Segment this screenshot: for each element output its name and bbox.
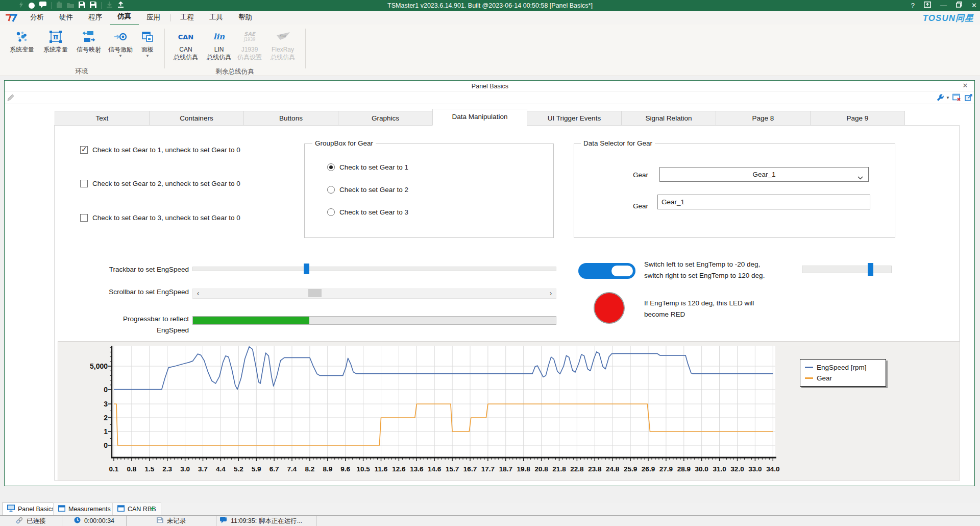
chart-legend[interactable]: EngSpeed [rpm]Gear xyxy=(800,359,886,387)
ribbon-button-label: CAN xyxy=(170,46,202,54)
chart-tick-label: 19.8 xyxy=(517,465,531,473)
menu-analysis[interactable]: 分析 xyxy=(22,11,52,25)
tab-signal-relation[interactable]: Signal Relation xyxy=(621,111,716,126)
tab-ui-trigger-events[interactable]: UI Trigger Events xyxy=(527,111,622,126)
chart-tick-label: 21.8 xyxy=(552,465,566,473)
chart-tick-label: 31.0 xyxy=(713,465,726,473)
tab-text[interactable]: Text xyxy=(55,111,150,126)
svg-text:lin: lin xyxy=(213,32,225,41)
engtemp-switch[interactable] xyxy=(578,263,635,279)
radio-gear2[interactable]: Check to set Gear to 2 xyxy=(327,186,408,194)
chart-tick-label: 32.0 xyxy=(730,465,744,473)
trackbar-track[interactable] xyxy=(192,267,556,271)
scrollbar-right-arrow-icon[interactable]: › xyxy=(546,289,556,298)
legend-entry: Gear xyxy=(805,373,880,384)
scrollbar-thumb[interactable] xyxy=(308,289,322,297)
chevron-down-icon xyxy=(857,173,863,182)
menu-help[interactable]: 帮助 xyxy=(231,11,260,25)
wrench-dropdown-caret-icon[interactable]: ▼ xyxy=(946,95,950,100)
pin-window-icon[interactable] xyxy=(924,0,931,11)
chart-tick-label: 33.0 xyxy=(748,465,762,473)
monitor-icon xyxy=(7,505,15,513)
chart-tick-label: 3.7 xyxy=(198,465,208,473)
tab-page-9[interactable]: Page 9 xyxy=(810,111,905,126)
tsmaster-logo xyxy=(5,13,17,22)
chart-tick-label: 15.7 xyxy=(446,465,459,473)
tab-page-8[interactable]: Page 8 xyxy=(716,111,811,126)
tab-buttons[interactable]: Buttons xyxy=(243,111,338,126)
connection-status: 已连接 xyxy=(27,517,46,525)
gear-text-input[interactable]: Gear_1 xyxy=(657,195,870,209)
ribbon-button-flexray-simulation[interactable]: Flex FlexRay 总线仿真 xyxy=(267,28,299,68)
sae-j1939-logo-icon: SAEJ1939 xyxy=(234,28,265,46)
checkbox-label: Check to set Gear to 1, uncheck to set G… xyxy=(92,146,240,154)
menu-tools[interactable]: 工具 xyxy=(202,11,231,25)
record-floppy-icon xyxy=(157,517,163,525)
chart-tick-label: 11.6 xyxy=(375,465,388,473)
menu-simulation[interactable]: 仿真 xyxy=(110,11,139,26)
panel-close-icon[interactable]: ✕ xyxy=(961,81,970,90)
radio-circle[interactable] xyxy=(327,186,335,194)
checkbox-gear1[interactable]: Check to set Gear to 1, uncheck to set G… xyxy=(80,146,240,154)
tab-graphics[interactable]: Graphics xyxy=(338,111,433,126)
checkbox-gear3[interactable]: Check to set Gear to 3, uncheck to set G… xyxy=(80,214,240,222)
menu-project[interactable]: 工程 xyxy=(173,11,202,25)
minimize-button[interactable]: — xyxy=(940,0,947,11)
close-panel-page-icon[interactable] xyxy=(952,93,961,104)
ribbon-button-system-variables[interactable]: 系统变量 xyxy=(6,28,38,68)
svg-text:π: π xyxy=(53,33,58,41)
chart-tick-label: 1.5 xyxy=(144,465,154,473)
ribbon-button-signal-mapping[interactable]: 信号映射 xyxy=(73,28,105,68)
radio-circle[interactable] xyxy=(327,163,335,171)
ribbon-button-lin-simulation[interactable]: lin LIN 总线仿真 xyxy=(203,28,235,68)
menu-separator xyxy=(170,14,170,21)
edit-pencil-icon[interactable] xyxy=(7,94,14,103)
script-message: 11:09:35: 脚本正在运行... xyxy=(231,517,302,525)
tab-containers[interactable]: Containers xyxy=(149,111,244,126)
ribbon-button-label: 系统变量 xyxy=(6,46,38,54)
radio-circle[interactable] xyxy=(327,208,335,216)
chart-tick-label: 5.9 xyxy=(252,465,261,473)
restore-button[interactable] xyxy=(956,0,962,11)
help-button[interactable]: ? xyxy=(911,0,915,11)
menu-program[interactable]: 程序 xyxy=(81,11,110,25)
chart-tick-label: 17.7 xyxy=(481,465,495,473)
chart-tick-label: 5.2 xyxy=(234,465,243,473)
popout-panel-icon[interactable] xyxy=(965,93,973,104)
chart-tick-label: 34.0 xyxy=(766,465,779,473)
bottom-tab-measurements[interactable]: Measurements xyxy=(53,503,116,515)
tab-data-manipulation[interactable]: Data Manipulation xyxy=(432,109,527,126)
bottom-tab-panel-basics[interactable]: Panel Basics xyxy=(2,503,60,515)
checkbox-box[interactable] xyxy=(80,180,88,187)
menu-hardware[interactable]: 硬件 xyxy=(52,11,81,25)
add-page-button[interactable]: + xyxy=(150,503,155,515)
led-text-line1: If EngTemp is 120 deg, this LED will xyxy=(644,298,869,309)
divider xyxy=(5,91,974,91)
trackbar-thumb[interactable] xyxy=(304,264,309,274)
gear-combobox[interactable]: Gear_1 xyxy=(659,167,869,182)
ribbon-group-separator xyxy=(164,29,165,68)
close-button[interactable]: ✕ xyxy=(971,0,977,11)
chart-tick-label: 4.4 xyxy=(216,465,226,473)
engtemp-slider-track[interactable] xyxy=(802,266,892,273)
scrollbar-left-arrow-icon[interactable]: ‹ xyxy=(193,289,203,298)
radio-gear1[interactable]: Check to set Gear to 1 xyxy=(327,163,408,171)
engtemp-slider-thumb[interactable] xyxy=(868,263,873,276)
scrollbar[interactable]: ‹ › xyxy=(192,289,556,299)
radio-gear3[interactable]: Check to set Gear to 3 xyxy=(327,208,408,216)
ribbon-button-can-simulation[interactable]: CAN CAN 总线仿真 xyxy=(170,28,202,68)
wrench-settings-icon[interactable] xyxy=(935,93,944,104)
progressbar xyxy=(192,316,556,325)
ribbon-button-j1939-settings[interactable]: SAEJ1939 J1939 仿真设置 xyxy=(234,28,265,68)
menu-application[interactable]: 应用 xyxy=(139,11,168,25)
ribbon-button-system-constants[interactable]: π 系统常量 xyxy=(40,28,71,68)
checkbox-box[interactable] xyxy=(80,214,88,222)
chart-tick-label: 26.9 xyxy=(642,465,655,473)
signal-mapping-icon xyxy=(73,28,105,46)
chart-tick-label: 12.6 xyxy=(392,465,406,473)
checkbox-gear2[interactable]: Check to set Gear to 2, uncheck to set G… xyxy=(80,180,240,187)
checkbox-box[interactable] xyxy=(80,146,88,154)
switch-knob[interactable] xyxy=(611,266,633,276)
ribbon-button-panel[interactable]: 面板 ▼ xyxy=(132,28,163,68)
panel-window-title: Panel Basics xyxy=(0,82,980,91)
